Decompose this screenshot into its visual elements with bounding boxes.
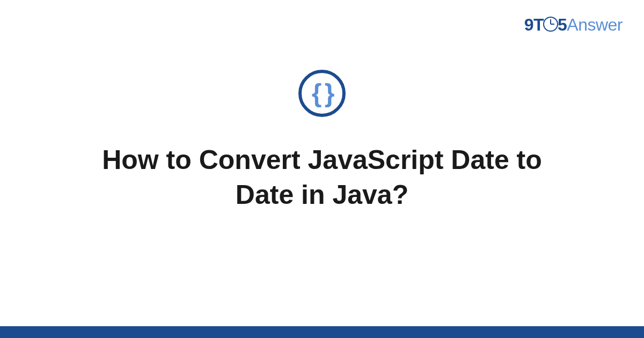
logo-text-answer: Answer [567, 15, 623, 34]
footer-bar [0, 326, 644, 338]
category-badge: { } [298, 70, 346, 117]
main-content: { } How to Convert JavaScript Date to Da… [0, 70, 644, 212]
clock-icon [543, 17, 558, 32]
logo-text-9t: 9T [524, 15, 544, 34]
logo-text-5: 5 [558, 15, 567, 34]
code-braces-icon: { } [312, 80, 333, 106]
site-logo: 9T5Answer [524, 15, 623, 35]
page-title: How to Convert JavaScript Date to Date i… [54, 143, 590, 212]
